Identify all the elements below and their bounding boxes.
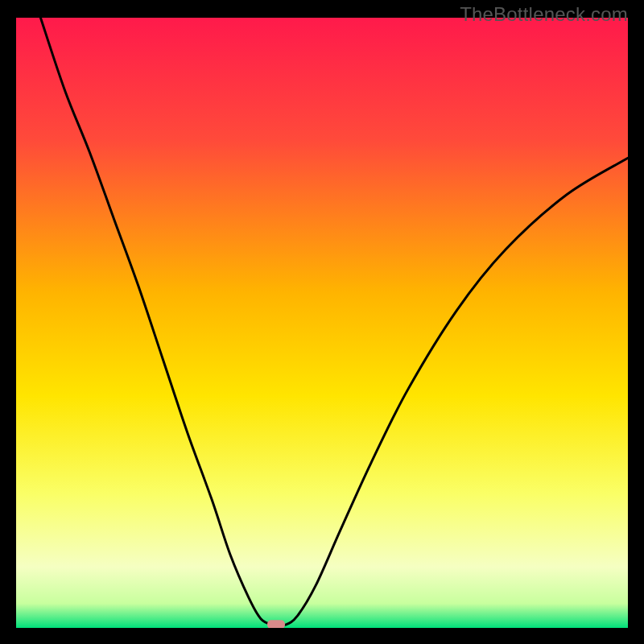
bottleneck-chart — [0, 0, 644, 644]
gradient-background — [16, 18, 628, 628]
optimal-marker — [267, 620, 285, 629]
chart-frame: TheBottleneck.com — [0, 0, 644, 644]
watermark-text: TheBottleneck.com — [460, 3, 628, 26]
